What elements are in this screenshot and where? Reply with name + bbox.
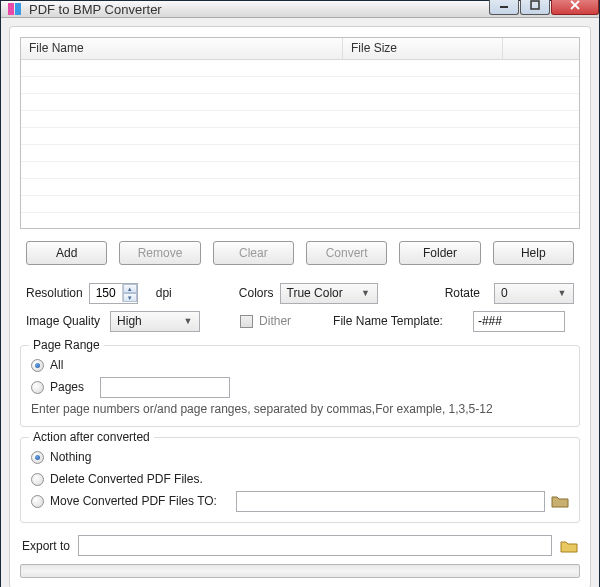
minimize-button[interactable]: [489, 0, 519, 15]
chevron-down-icon: ▼: [181, 316, 195, 326]
maximize-button[interactable]: [520, 0, 550, 15]
colors-value: True Color: [287, 286, 359, 300]
image-quality-label: Image Quality: [26, 314, 100, 328]
app-icon: [7, 1, 23, 17]
column-filename[interactable]: File Name: [21, 38, 343, 59]
svg-rect-1: [15, 3, 21, 15]
list-row: [21, 128, 579, 145]
filename-template-input[interactable]: [473, 311, 565, 332]
list-row: [21, 196, 579, 213]
image-quality-value: High: [117, 314, 181, 328]
resolution-label: Resolution: [26, 286, 83, 300]
window-controls: [489, 0, 599, 15]
action-move-label: Move Converted PDF Files TO:: [50, 494, 230, 508]
column-filesize[interactable]: File Size: [343, 38, 503, 59]
list-row: [21, 111, 579, 128]
folder-button[interactable]: Folder: [399, 241, 480, 265]
page-range-pages-radio[interactable]: [31, 381, 44, 394]
image-quality-select[interactable]: High ▼: [110, 311, 200, 332]
remove-button[interactable]: Remove: [119, 241, 200, 265]
button-row: Add Remove Clear Convert Folder Help: [20, 241, 580, 265]
column-extra[interactable]: [503, 38, 579, 59]
resolution-unit: dpi: [156, 286, 172, 300]
page-range-pages-input[interactable]: [100, 377, 230, 398]
action-move-input[interactable]: [236, 491, 545, 512]
progress-bar: [20, 564, 580, 578]
resolution-up[interactable]: ▲: [123, 284, 137, 293]
colors-label: Colors: [239, 286, 274, 300]
list-row: [21, 94, 579, 111]
action-group: Action after converted Nothing Delete Co…: [20, 437, 580, 523]
action-delete-label: Delete Converted PDF Files.: [50, 472, 203, 486]
page-range-all-label: All: [50, 358, 63, 372]
export-row: Export to: [20, 535, 580, 556]
resolution-spinner[interactable]: ▲ ▼: [89, 283, 138, 304]
close-button[interactable]: [551, 0, 599, 15]
rotate-value: 0: [501, 286, 555, 300]
filename-template-label: File Name Template:: [333, 314, 443, 328]
action-move-radio[interactable]: [31, 495, 44, 508]
list-body[interactable]: [21, 60, 579, 228]
svg-rect-3: [531, 1, 539, 9]
list-row: [21, 60, 579, 77]
chevron-down-icon: ▼: [555, 288, 569, 298]
file-list[interactable]: File Name File Size: [20, 37, 580, 229]
page-range-all-radio[interactable]: [31, 359, 44, 372]
action-nothing-label: Nothing: [50, 450, 91, 464]
settings-area: Resolution ▲ ▼ dpi Colors True Color ▼: [20, 279, 580, 335]
export-label: Export to: [22, 539, 70, 553]
page-range-group: Page Range All Pages Enter page numbers …: [20, 345, 580, 427]
client-area: File Name File Size Add: [1, 18, 599, 587]
colors-select[interactable]: True Color ▼: [280, 283, 378, 304]
list-header: File Name File Size: [21, 38, 579, 60]
chevron-down-icon: ▼: [359, 288, 373, 298]
main-panel: File Name File Size Add: [9, 26, 591, 587]
list-row: [21, 162, 579, 179]
export-input[interactable]: [78, 535, 552, 556]
browse-move-folder-icon[interactable]: [551, 493, 569, 509]
action-delete-radio[interactable]: [31, 473, 44, 486]
dither-checkbox[interactable]: [240, 315, 253, 328]
browse-export-folder-icon[interactable]: [560, 538, 578, 554]
rotate-label: Rotate: [445, 286, 480, 300]
convert-button[interactable]: Convert: [306, 241, 387, 265]
page-range-title: Page Range: [29, 338, 104, 352]
action-nothing-radio[interactable]: [31, 451, 44, 464]
resolution-input[interactable]: [90, 284, 122, 302]
list-row: [21, 179, 579, 196]
resolution-down[interactable]: ▼: [123, 293, 137, 302]
action-title: Action after converted: [29, 430, 154, 444]
window-title: PDF to BMP Converter: [29, 2, 489, 17]
dither-label: Dither: [259, 314, 291, 328]
add-button[interactable]: Add: [26, 241, 107, 265]
page-range-hint: Enter page numbers or/and page ranges, s…: [31, 402, 569, 416]
page-range-pages-label: Pages: [50, 380, 94, 394]
titlebar[interactable]: PDF to BMP Converter: [1, 1, 599, 18]
clear-button[interactable]: Clear: [213, 241, 294, 265]
help-button[interactable]: Help: [493, 241, 574, 265]
app-window: PDF to BMP Converter File Name File Size: [0, 0, 600, 587]
rotate-select[interactable]: 0 ▼: [494, 283, 574, 304]
list-row: [21, 145, 579, 162]
svg-rect-0: [8, 3, 14, 15]
list-row: [21, 77, 579, 94]
